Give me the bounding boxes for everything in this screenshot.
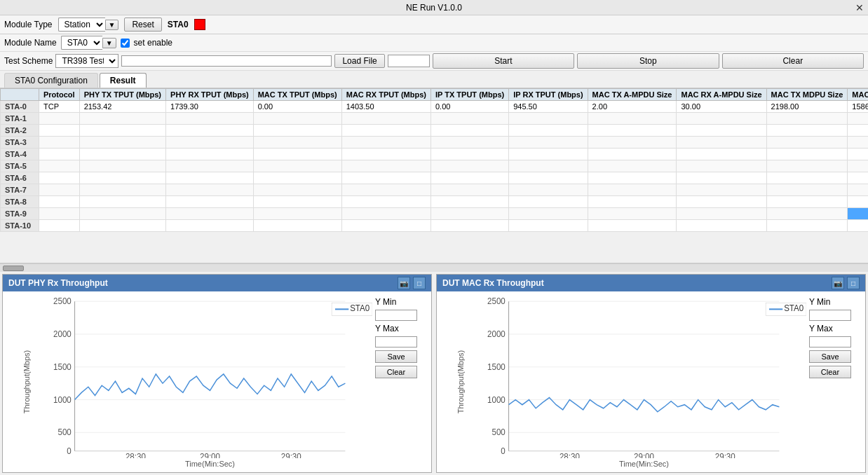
chart2-y-label-container: Throughput(Mbps)	[440, 294, 482, 469]
cell-mac_tx_ampdu	[588, 137, 677, 149]
module-name-label: Module Name	[4, 38, 57, 48]
chart2-camera-icon[interactable]: 📷	[832, 277, 844, 289]
start-input[interactable]	[388, 55, 430, 67]
load-file-button[interactable]: Load File	[334, 54, 384, 68]
table-row: STA-1	[1, 113, 869, 125]
cell-ip_tx	[431, 149, 509, 160]
chart1-y-max-input[interactable]: 2500	[375, 336, 417, 347]
cell-mac_tx_mpdu: 2198.00	[766, 101, 848, 113]
cell-ip_tx	[431, 125, 509, 137]
module-name-select-group: STA0 ▼	[61, 36, 116, 50]
status-indicator	[194, 19, 205, 30]
svg-text:28:30: 28:30	[560, 452, 580, 458]
chart2-save-button[interactable]: Save	[809, 350, 851, 363]
cell-mac_rx	[341, 172, 430, 184]
col-header-1: PHY TX TPUT (Mbps)	[79, 89, 165, 101]
cell-ip_rx	[509, 149, 588, 160]
charts-row: DUT PHY Rx Throughput 📷 □ Throughput(Mbp…	[0, 272, 868, 475]
sta-id: STA-4	[1, 149, 39, 160]
cell-protocol	[39, 196, 80, 208]
svg-text:1000: 1000	[53, 394, 72, 404]
svg-text:2500: 2500	[53, 296, 72, 306]
test-scheme-label: Test Scheme	[4, 56, 53, 66]
table-row: STA-9	[1, 208, 869, 220]
title-bar: NE Run V1.0.0 ✕	[0, 0, 868, 15]
svg-text:500: 500	[491, 427, 506, 437]
cell-mac_tx_ampdu	[588, 220, 677, 232]
start-button[interactable]: Start	[433, 53, 574, 69]
stop-button[interactable]: Stop	[577, 53, 719, 69]
cell-mac_tx	[253, 149, 341, 160]
module-type-select[interactable]: Station	[58, 18, 105, 32]
tab-configuration[interactable]: STA0 Configuration	[4, 73, 98, 88]
cell-ip_rx	[509, 125, 588, 137]
col-header-7: MAC TX A-MPDU Size	[588, 89, 677, 101]
cell-ip_tx	[431, 220, 509, 232]
clear-button[interactable]: Clear	[722, 53, 864, 69]
col-header-3: MAC TX TPUT (Mbps)	[253, 89, 341, 101]
col-header-9: MAC TX MDPU Size	[766, 89, 848, 101]
cell-phy_rx	[166, 208, 254, 220]
cell-mac_rx	[341, 196, 430, 208]
chart1-save-button[interactable]: Save	[375, 350, 417, 363]
col-header-4: MAC RX TPUT (Mbps)	[341, 89, 430, 101]
cell-mac_rx_ampdu: 30.00	[677, 101, 766, 113]
chart2-y-max-input[interactable]: 2500	[809, 336, 851, 347]
cell-phy_tx	[79, 125, 165, 137]
table-row: STA-5	[1, 160, 869, 172]
cell-phy_rx	[166, 137, 254, 149]
cell-mac_rx_mpdu	[848, 208, 868, 220]
scrollbar-thumb[interactable]	[3, 266, 24, 271]
tab-result[interactable]: Result	[100, 73, 147, 88]
cell-phy_tx	[79, 113, 165, 125]
chart2-settings-icon[interactable]: □	[847, 277, 860, 289]
module-name-select[interactable]: STA0	[61, 36, 102, 50]
cell-mac_tx_mpdu	[766, 113, 848, 125]
test-file-path-input[interactable]: 8_test_case_json/test_time130s/range_ver…	[121, 55, 332, 67]
table-row: STA-6	[1, 172, 869, 184]
cell-ip_rx	[509, 137, 588, 149]
chart2-controls: Y Min 0 Y Max 2500 Save Clear	[806, 294, 862, 469]
set-enable-label: set enable	[134, 38, 172, 48]
table-row: STA-0TCP2153.421739.300.001403.500.00945…	[1, 101, 869, 113]
sta-id: STA-1	[1, 113, 39, 125]
svg-text:2000: 2000	[53, 329, 72, 339]
horizontal-scrollbar[interactable]	[0, 263, 868, 272]
chart1-settings-icon[interactable]: □	[413, 277, 426, 289]
chart2-clear-button[interactable]: Clear	[809, 366, 851, 378]
set-enable-checkbox[interactable]	[121, 39, 130, 48]
chart1-y-min-input[interactable]: 0	[375, 310, 417, 321]
svg-text:STA0: STA0	[784, 303, 803, 313]
cell-protocol: TCP	[39, 101, 80, 113]
reset-button[interactable]: Reset	[124, 18, 161, 32]
cell-mac_rx	[341, 160, 430, 172]
tabs-bar: STA0 Configuration Result	[0, 71, 868, 88]
cell-mac_rx	[341, 113, 430, 125]
cell-mac_rx_mpdu	[848, 172, 868, 184]
col-header-6: IP RX TPUT (Mbps)	[509, 89, 588, 101]
chart1-camera-icon[interactable]: 📷	[398, 277, 410, 289]
close-icon[interactable]: ✕	[855, 2, 864, 13]
cell-mac_tx	[253, 184, 341, 196]
module-type-dropdown-btn[interactable]: ▼	[105, 20, 119, 30]
cell-phy_tx: 2153.42	[79, 101, 165, 113]
cell-protocol	[39, 125, 80, 137]
cell-mac_rx_mpdu	[848, 149, 868, 160]
sta-id: STA-5	[1, 160, 39, 172]
chart1-clear-button[interactable]: Clear	[375, 366, 417, 378]
svg-text:1500: 1500	[487, 362, 506, 372]
sta-id: STA-8	[1, 196, 39, 208]
cell-mac_rx_mpdu	[848, 196, 868, 208]
test-scheme-select[interactable]: TR398 Test	[55, 54, 118, 68]
cell-mac_tx_mpdu	[766, 172, 848, 184]
module-name-dropdown-btn[interactable]: ▼	[102, 38, 116, 48]
cell-ip_rx	[509, 160, 588, 172]
cell-mac_tx_ampdu: 2.00	[588, 101, 677, 113]
cell-phy_rx	[166, 160, 254, 172]
chart2-y-min-input[interactable]: 0	[809, 310, 851, 321]
table-row: STA-4	[1, 149, 869, 160]
cell-ip_rx	[509, 208, 588, 220]
chart1-y-min-label: Y Min	[375, 297, 426, 307]
table-row: STA-7	[1, 184, 869, 196]
cell-ip_tx	[431, 160, 509, 172]
